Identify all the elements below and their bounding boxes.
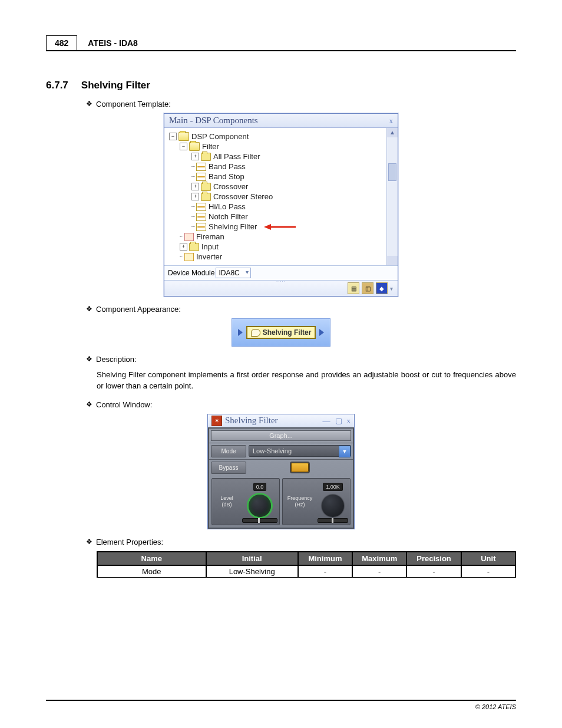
filter-icon <box>196 213 206 221</box>
scroll-thumb[interactable] <box>388 163 396 181</box>
footer-tool-icon[interactable]: ◫ <box>362 282 373 294</box>
filter-icon <box>196 163 206 171</box>
expand-icon[interactable]: + <box>191 193 199 200</box>
diamond-icon: ❖ <box>86 538 92 546</box>
bypass-toggle[interactable] <box>291 463 309 472</box>
expand-icon[interactable]: + <box>191 153 199 160</box>
tree-node-root[interactable]: −DSP Component <box>169 131 382 141</box>
frequency-knob-group: Frequency (Hz) 1.00K <box>282 478 351 525</box>
filter-icon <box>196 223 206 231</box>
tree-node-shelving[interactable]: Shelving Filter <box>169 222 382 232</box>
panel-titlebar: Main - DSP Components x <box>164 114 398 128</box>
table-header-row: Name Initial Minimum Maximum Precision U… <box>97 552 515 565</box>
filter-icon <box>196 203 206 211</box>
section-number: 6.7.7 <box>46 80 68 91</box>
close-icon[interactable]: x <box>347 416 351 426</box>
footer-dropdown-icon[interactable]: ▾ <box>390 285 393 292</box>
folder-icon <box>201 153 211 161</box>
section-heading: 6.7.7 Shelving Filter <box>46 80 516 91</box>
description-text: Shelving Filter component implements a f… <box>97 370 516 392</box>
maximize-icon[interactable]: ▢ <box>335 416 342 426</box>
mode-label: Mode <box>211 445 246 457</box>
frequency-knob[interactable] <box>322 495 344 517</box>
tree-list: −DSP Component −Filter +All Pass Filter … <box>164 128 386 265</box>
close-icon[interactable]: x <box>389 116 394 126</box>
device-module-select[interactable]: IDA8C <box>216 268 250 278</box>
control-title: Shelving Filter <box>225 416 278 426</box>
bullet-description: ❖ Description: <box>86 355 516 364</box>
folder-icon <box>201 193 211 201</box>
frequency-slider[interactable] <box>318 518 348 523</box>
page-number: 482 <box>46 35 77 51</box>
diamond-icon: ❖ <box>86 100 92 108</box>
device-module-row: Device Module IDA8C <box>164 265 398 280</box>
filter-shape-icon <box>251 329 260 337</box>
input-port-icon[interactable] <box>238 329 243 336</box>
table-row: Mode Low-Shelving - - - - <box>97 565 515 578</box>
diamond-icon: ❖ <box>86 305 92 314</box>
folder-icon <box>201 183 211 191</box>
footer-tool-icon[interactable]: ◆ <box>376 282 388 294</box>
tree-node-hilo[interactable]: Hi/Lo Pass <box>169 202 382 212</box>
arrow-indicator-icon <box>264 223 297 230</box>
bypass-label: Bypass <box>211 462 246 474</box>
tree-node-filter[interactable]: −Filter <box>169 141 382 151</box>
graph-button[interactable]: Graph... <box>211 430 351 441</box>
collapse-icon[interactable]: − <box>180 143 187 150</box>
bullet-component-appearance: ❖ Component Appearance: <box>86 305 516 314</box>
level-value: 0.0 <box>253 483 267 491</box>
col-prec: Precision <box>406 552 461 565</box>
tree-node-input[interactable]: +Input <box>169 242 382 252</box>
tree-node-bandpass[interactable]: Band Pass <box>169 162 382 172</box>
footer-tool-icon[interactable]: ▤ <box>348 282 359 294</box>
tree-node-crossover[interactable]: +Crossover <box>169 182 382 192</box>
folder-open-icon <box>178 132 189 141</box>
inverter-icon <box>184 253 194 261</box>
bullet-element-properties: ❖ Element Properties: <box>86 538 516 546</box>
tree-node-bandstop[interactable]: Band Stop <box>169 172 382 182</box>
minimize-icon[interactable]: — <box>323 416 330 426</box>
doc-title: ATEIS - IDA8 <box>88 38 138 48</box>
tree-node-crossover-stereo[interactable]: +Crossover Stereo <box>169 192 382 202</box>
control-titlebar: ✶ Shelving Filter — ▢ x <box>208 414 354 427</box>
scrollbar[interactable]: ▲ ▼ <box>386 128 398 265</box>
tree-node-allpass[interactable]: +All Pass Filter <box>169 151 382 162</box>
scroll-up-icon[interactable]: ▲ <box>389 129 395 136</box>
level-slider[interactable] <box>242 518 277 523</box>
element-properties-table: Name Initial Minimum Maximum Precision U… <box>97 551 516 578</box>
panel-footer: ▤ ◫ ◆ ▾ <box>164 280 398 296</box>
control-window: ✶ Shelving Filter — ▢ x Graph... Mode Lo… <box>207 414 355 529</box>
tree-node-inverter[interactable]: Inverter <box>169 252 382 262</box>
col-min: Minimum <box>298 552 352 565</box>
bullet-control-window: ❖ Control Window: <box>86 400 516 409</box>
filter-icon <box>196 173 206 181</box>
tree-node-notch[interactable]: Notch Filter <box>169 212 382 222</box>
level-knob-group: Level (dB) 0.0 <box>211 478 280 525</box>
col-unit: Unit <box>461 552 515 565</box>
svg-marker-1 <box>264 224 271 230</box>
component-chip[interactable]: Shelving Filter <box>246 326 316 339</box>
dropdown-arrow-icon[interactable]: ▼ <box>339 446 351 457</box>
mode-select[interactable]: Low-Shelving ▼ <box>249 445 351 457</box>
collapse-icon[interactable]: − <box>169 133 177 140</box>
page-footer: © 2012 ATEÏS <box>46 700 516 710</box>
expand-icon[interactable]: + <box>191 183 199 190</box>
panel-title: Main - DSP Components <box>169 116 258 126</box>
folder-icon <box>189 243 199 251</box>
frequency-value: 1.00K <box>323 483 343 491</box>
tree-node-fireman[interactable]: Fireman <box>169 232 382 242</box>
copyright: © 2012 ATEÏS <box>475 703 516 710</box>
output-port-icon[interactable] <box>319 329 324 336</box>
expand-icon[interactable]: + <box>180 243 187 251</box>
col-max: Maximum <box>352 552 406 565</box>
folder-open-icon <box>189 142 200 151</box>
level-knob[interactable] <box>249 495 271 517</box>
col-initial: Initial <box>206 552 298 565</box>
bullet-component-template: ❖ Component Template: <box>86 100 516 108</box>
component-appearance-block[interactable]: Shelving Filter <box>232 318 331 347</box>
level-label: Level (dB) <box>214 495 240 508</box>
device-module-label: Device Module <box>168 269 214 277</box>
page-header: 482 ATEIS - IDA8 <box>46 35 516 51</box>
scroll-down-icon[interactable]: ▼ <box>389 258 395 264</box>
section-title: Shelving Filter <box>81 80 150 91</box>
